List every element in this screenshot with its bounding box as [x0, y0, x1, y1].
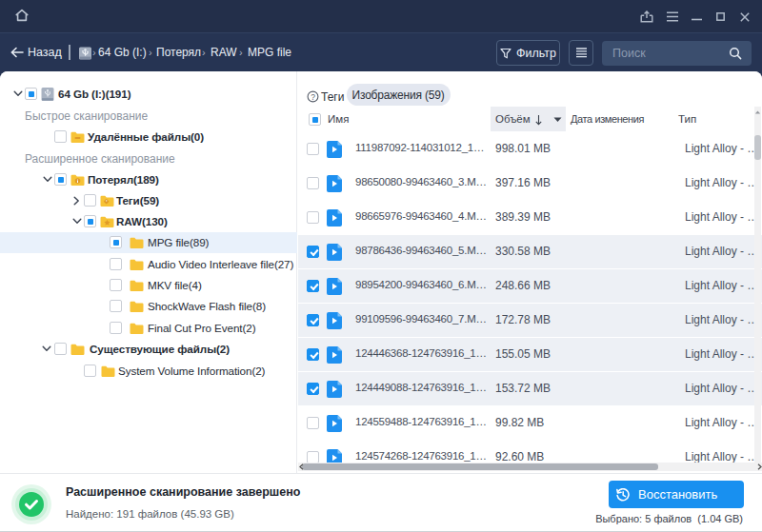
svg-text:?: ? [311, 92, 315, 102]
